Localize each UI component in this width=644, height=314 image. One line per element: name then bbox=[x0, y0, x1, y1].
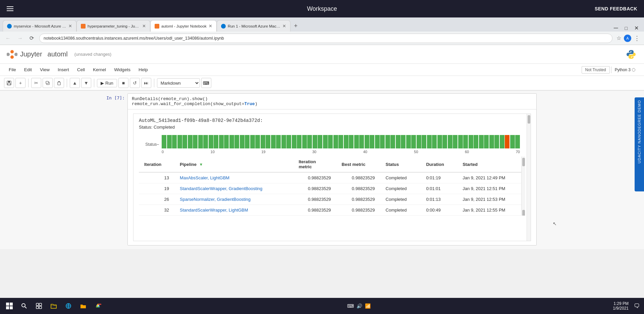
svg-point-2 bbox=[7, 53, 10, 56]
forward-button[interactable]: → bbox=[16, 35, 24, 42]
task-view-button[interactable] bbox=[32, 299, 46, 313]
restart-run-button[interactable]: ⏭ bbox=[141, 78, 151, 88]
notification-button[interactable]: 🗨 bbox=[633, 301, 641, 311]
svg-rect-13 bbox=[6, 306, 9, 309]
menu-view[interactable]: View bbox=[37, 66, 53, 74]
toolbar-separator-2 bbox=[67, 79, 67, 87]
run-button[interactable]: ▶ Run bbox=[97, 79, 117, 87]
row-1-status: Completed bbox=[380, 172, 421, 183]
axis-30: 30 bbox=[312, 150, 316, 154]
col-started: Started bbox=[457, 156, 525, 172]
new-tab-button[interactable]: + bbox=[290, 20, 301, 32]
row-3-pipeline[interactable]: SparseNormalizer, GradientBoosting bbox=[174, 194, 293, 205]
file-explorer-button[interactable] bbox=[47, 299, 60, 313]
table-scrollbar[interactable] bbox=[521, 156, 525, 216]
code-paren: ) bbox=[255, 101, 258, 106]
save-button[interactable] bbox=[4, 78, 14, 88]
row-2-pipeline[interactable]: StandardScalerWrapper, GradientBoosting bbox=[174, 183, 293, 194]
widget-scrollbar[interactable] bbox=[527, 114, 531, 241]
menu-kernel[interactable]: Kernel bbox=[90, 66, 109, 74]
row-4-pipeline[interactable]: StandardScalerWrapper, LightGBM bbox=[174, 205, 293, 216]
cell-body-7[interactable]: RunDetails(remote_run).show() remote_run… bbox=[127, 93, 537, 245]
tray-network-icon[interactable]: 📶 bbox=[365, 303, 371, 309]
app-title: Workspace bbox=[307, 5, 337, 12]
back-button[interactable]: ← bbox=[4, 35, 12, 42]
trust-badge[interactable]: Not Trusted bbox=[582, 66, 610, 74]
unsaved-label: (unsaved changes) bbox=[74, 52, 112, 57]
menu-widgets[interactable]: Widgets bbox=[111, 66, 134, 74]
browser-tab-4[interactable]: Run 1 - Microsoft Azure Machine... ✕ bbox=[217, 20, 290, 32]
menu-help[interactable]: Help bbox=[135, 66, 151, 74]
restart-button[interactable]: ↺ bbox=[130, 78, 140, 88]
automl-results-table: Iteration Pipeline ▼ Iterationmetric Bes… bbox=[139, 156, 525, 216]
right-sidebar-demo[interactable]: UDACITY NANODEGREE DEMO bbox=[635, 97, 644, 191]
browser-tab-3[interactable]: automl - Jupyter Notebook ✕ bbox=[150, 20, 217, 32]
tray-icon-1[interactable]: ⌨ bbox=[347, 303, 354, 309]
browser-tab-1[interactable]: myservice - Microsoft Azure Mac... ✕ bbox=[3, 20, 76, 32]
copy-button[interactable] bbox=[43, 78, 53, 88]
widget-scroll-thumb bbox=[528, 115, 530, 124]
chart-bar bbox=[177, 135, 182, 148]
row-4-status: Completed bbox=[380, 205, 421, 216]
tab-close-3[interactable]: ✕ bbox=[209, 24, 212, 29]
chart-bar bbox=[209, 135, 213, 148]
url-input[interactable]: notebook134086.southcentralus.instances.… bbox=[39, 34, 612, 43]
profile-icon[interactable]: A bbox=[624, 35, 631, 42]
hamburger-menu[interactable] bbox=[7, 6, 13, 11]
row-3-best-metric: 0.98823529 bbox=[336, 194, 380, 205]
keyboard-button[interactable]: ⌨ bbox=[201, 78, 211, 88]
maximize-button[interactable]: □ bbox=[622, 26, 630, 31]
bookmark-icon[interactable]: ☆ bbox=[616, 35, 621, 41]
start-button[interactable] bbox=[3, 299, 16, 313]
tab-close-4[interactable]: ✕ bbox=[282, 24, 286, 29]
folder-button[interactable] bbox=[76, 299, 90, 313]
send-feedback-button[interactable]: SEND FEEDBACK bbox=[595, 6, 637, 11]
browser-tab-2[interactable]: hyperparameter_tuning - Jupyte... ✕ bbox=[76, 20, 150, 32]
chart-bar bbox=[365, 135, 369, 148]
system-tray: ⌨ 🔊 📶 bbox=[344, 303, 373, 309]
taskbar-time[interactable]: 1:29 PM 1/9/2021 bbox=[613, 301, 631, 311]
cell-type-select[interactable]: Markdown Code Raw NBConvert bbox=[157, 78, 200, 88]
browser-settings-icon[interactable]: ⋮ bbox=[634, 35, 640, 42]
code-line-2: remote_run.wait_for_completion(show_outp… bbox=[132, 101, 532, 106]
tab-favicon-4 bbox=[221, 24, 226, 29]
menu-insert[interactable]: Insert bbox=[54, 66, 72, 74]
chart-bar bbox=[417, 135, 421, 148]
jupyter-logo-icon bbox=[7, 49, 17, 60]
chart-bar bbox=[162, 135, 166, 148]
cut-button[interactable]: ✂ bbox=[31, 78, 41, 88]
move-down-button[interactable]: ▼ bbox=[81, 78, 91, 88]
table-scroll-thumb-top bbox=[522, 158, 525, 166]
code-cell-7: In [7]: RunDetails(remote_run).show() re… bbox=[94, 93, 550, 245]
menu-cell[interactable]: Cell bbox=[74, 66, 88, 74]
notebook-name[interactable]: automl bbox=[48, 50, 68, 58]
chart-bar bbox=[484, 135, 489, 148]
refresh-button[interactable]: ⟳ bbox=[28, 34, 35, 42]
sidebar-demo-label: UDACITY NANODEGREE DEMO bbox=[637, 100, 641, 163]
svg-point-0 bbox=[10, 50, 14, 53]
chart-bar bbox=[375, 135, 380, 148]
row-4-iter-metric: 0.98823529 bbox=[293, 205, 336, 216]
close-button[interactable]: ✕ bbox=[632, 25, 641, 31]
move-up-button[interactable]: ▲ bbox=[70, 78, 80, 88]
search-button[interactable] bbox=[17, 299, 31, 313]
add-cell-button[interactable]: + bbox=[15, 78, 25, 88]
url-text: notebook134086.southcentralus.instances.… bbox=[44, 36, 224, 41]
minimize-button[interactable]: ─ bbox=[611, 25, 621, 32]
ie-button[interactable] bbox=[62, 299, 75, 313]
menu-edit[interactable]: Edit bbox=[21, 66, 35, 74]
row-1-pipeline[interactable]: MaxAbsScaler, LightGBM bbox=[174, 172, 293, 183]
tab-close-1[interactable]: ✕ bbox=[68, 24, 72, 29]
interrupt-button[interactable]: ■ bbox=[118, 78, 128, 88]
chrome-button[interactable] bbox=[91, 299, 105, 313]
svg-rect-5 bbox=[8, 81, 10, 83]
tray-volume-icon[interactable]: 🔊 bbox=[357, 303, 362, 309]
paste-button[interactable] bbox=[54, 78, 64, 88]
chart-bar bbox=[198, 135, 203, 148]
chart-bar bbox=[193, 135, 198, 148]
tab-close-2[interactable]: ✕ bbox=[142, 24, 146, 29]
chart-bar bbox=[182, 135, 187, 148]
menu-file[interactable]: File bbox=[5, 66, 19, 74]
sort-icon: ▼ bbox=[199, 162, 203, 167]
tab-favicon-3 bbox=[155, 24, 159, 29]
